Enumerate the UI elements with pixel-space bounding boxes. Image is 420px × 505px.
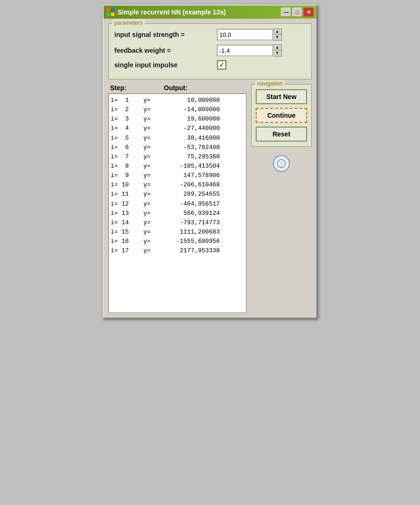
feedback-weight-field[interactable] [217, 45, 273, 56]
single-impulse-checkbox[interactable]: ✓ [217, 60, 226, 70]
window-content: parameters input signal strength = ▲ ▼ f… [104, 19, 316, 318]
navigation-group: navigation Start New Continue Reset [251, 84, 312, 147]
table-row: i= 8 y= -105,413504 [111, 162, 244, 171]
single-impulse-label: single input impulse [114, 61, 217, 69]
feedback-weight-value-container: ▲ ▼ [217, 44, 282, 57]
main-window: Simple recurrent NN (example 12a) — □ ✕ … [103, 5, 317, 319]
window-title: Simple recurrent NN (example 12a) [118, 8, 278, 16]
feedback-weight-spinner: ▲ ▼ [273, 44, 282, 57]
maximize-button[interactable]: □ [292, 7, 302, 17]
parameters-legend: parameters [112, 20, 145, 26]
table-row: i= 9 y= 147,578906 [111, 171, 244, 180]
table-row: i= 2 y= -14,000000 [111, 105, 244, 114]
input-signal-row: input signal strength = ▲ ▼ [114, 28, 306, 41]
input-signal-label: input signal strength = [114, 31, 217, 38]
start-new-button[interactable]: Start New [256, 89, 307, 104]
input-signal-field[interactable] [217, 29, 273, 40]
table-row: i= 13 y= 566,939124 [111, 209, 244, 218]
output-section: Step: Output: i= 1 y= 10,000000i= 2 y= -… [108, 84, 312, 313]
window-controls: — □ ✕ [281, 7, 314, 17]
input-signal-up[interactable]: ▲ [273, 29, 281, 35]
feedback-weight-down[interactable]: ▼ [273, 50, 281, 56]
table-row: i= 11 y= 289,254655 [111, 190, 244, 199]
table-row: i= 5 y= 38,416000 [111, 134, 244, 143]
reset-button[interactable]: Reset [256, 127, 307, 142]
title-bar: Simple recurrent NN (example 12a) — □ ✕ [104, 6, 316, 19]
help-button[interactable]: ? [273, 155, 290, 172]
close-button[interactable]: ✕ [303, 7, 314, 17]
table-row: i= 3 y= 19,600000 [111, 114, 244, 124]
svg-rect-3 [111, 13, 114, 16]
input-signal-value-container: ▲ ▼ [217, 28, 282, 41]
svg-rect-2 [107, 13, 110, 16]
feedback-weight-label: feedback weight = [114, 47, 217, 54]
navigation-legend: navigation [255, 80, 285, 87]
feedback-weight-up[interactable]: ▲ [273, 45, 281, 50]
input-signal-spinner: ▲ ▼ [273, 28, 282, 41]
table-row: i= 7 y= 75,295360 [111, 152, 244, 162]
step-header: Step: [110, 84, 126, 92]
svg-rect-0 [107, 8, 110, 12]
checkbox-checkmark: ✓ [219, 61, 224, 69]
app-icon [106, 8, 115, 16]
minimize-button[interactable]: — [281, 7, 291, 17]
feedback-weight-row: feedback weight = ▲ ▼ [114, 44, 306, 57]
table-row: i= 14 y= -793,714773 [111, 218, 244, 228]
continue-button[interactable]: Continue [256, 108, 307, 123]
table-row: i= 15 y= 1111,200683 [111, 228, 244, 237]
table-row: i= 10 y= -206,610468 [111, 180, 244, 190]
output-left-panel: Step: Output: i= 1 y= 10,000000i= 2 y= -… [108, 84, 246, 313]
table-row: i= 16 y= -1555,680956 [111, 237, 244, 246]
table-row: i= 4 y= -27,440000 [111, 124, 244, 133]
svg-text:?: ? [280, 161, 283, 167]
single-impulse-checkbox-container: ✓ [217, 60, 226, 70]
help-icon: ? [276, 158, 287, 169]
parameters-group: parameters input signal strength = ▲ ▼ f… [108, 23, 312, 79]
table-row: i= 12 y= -404,956517 [111, 199, 244, 209]
table-row: i= 1 y= 10,000000 [111, 96, 244, 105]
svg-rect-1 [111, 8, 114, 12]
single-impulse-row: single input impulse ✓ [114, 60, 306, 70]
output-header-label: Output: [164, 84, 188, 92]
output-list[interactable]: i= 1 y= 10,000000i= 2 y= -14,000000i= 3 … [108, 93, 246, 313]
table-row: i= 17 y= 2177,953338 [111, 246, 244, 256]
input-signal-down[interactable]: ▼ [273, 35, 281, 40]
output-right-panel: navigation Start New Continue Reset ? [251, 84, 312, 172]
output-header: Step: Output: [108, 84, 246, 93]
table-row: i= 6 y= -53,782400 [111, 143, 244, 152]
